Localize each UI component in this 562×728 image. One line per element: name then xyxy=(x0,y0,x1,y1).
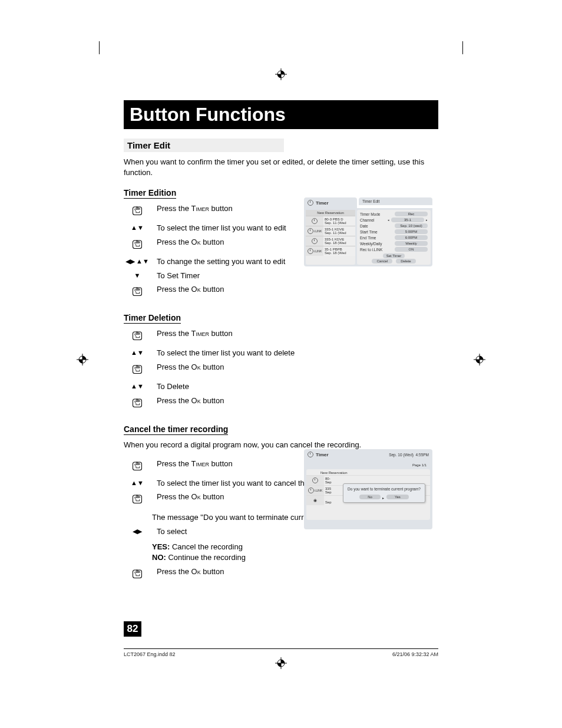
registration-mark-icon xyxy=(275,657,287,669)
footer-timestamp: 6/21/06 9:32:32 AM xyxy=(392,651,438,657)
press-hand-icon xyxy=(130,396,144,411)
registration-mark-icon xyxy=(275,68,287,80)
osd-list-row: i.LINK335-1 KDVESep. 11 (Wed xyxy=(306,226,355,236)
osd-property-panel: Timer ModeRecChannel◂35-1▸DateSep. 10 (w… xyxy=(357,210,431,265)
press-hand-icon xyxy=(130,492,144,508)
press-hand-icon xyxy=(130,329,144,344)
clock-icon xyxy=(312,218,318,224)
clock-icon xyxy=(308,487,314,493)
osd-timer-list: New Reservation 80-3 PBS DSep. 11 (Wedi.… xyxy=(306,210,355,265)
press-hand-icon xyxy=(130,363,144,378)
osd-timer-edit-screenshot: Timer Timer Edit New Reservation 80-3 PB… xyxy=(304,197,432,266)
left-right-arrows-icon: ◀▶ xyxy=(133,527,142,536)
step-row: ▲▼To select the timer list you want to d… xyxy=(124,348,438,358)
step-text: Press the Ok button xyxy=(157,396,438,406)
cancel-button: Cancel xyxy=(372,259,392,263)
up-down-arrows-icon: ▲▼ xyxy=(131,348,144,357)
clock-icon xyxy=(308,452,313,457)
clock-icon xyxy=(312,238,318,244)
osd2-date: Sep. 10 (Wed) xyxy=(389,453,414,457)
up-down-arrows-icon: ▲▼ xyxy=(131,223,144,232)
osd-property-row: DateSep. 10 (wed) xyxy=(358,223,429,229)
osd-property-row: Timer ModeRec xyxy=(358,211,429,217)
page-number: 82 xyxy=(124,621,141,637)
down-arrow-icon: ▼ xyxy=(134,271,141,280)
press-hand-icon xyxy=(130,567,144,582)
step-row: Press the Timer button xyxy=(124,328,438,344)
crop-mark xyxy=(99,41,100,54)
page-title: Button Functions xyxy=(124,100,438,129)
left-right-arrows-icon: ◀▶ xyxy=(125,257,135,266)
step-text: To Delete xyxy=(157,381,438,392)
press-hand-icon xyxy=(130,285,144,300)
clock-icon xyxy=(308,248,313,254)
step-row: Press the Ok button xyxy=(124,362,438,378)
dialog-text: Do you want to terminate current program… xyxy=(346,487,422,491)
up-down-arrows-icon: ▲▼ xyxy=(136,257,149,266)
step-text: Press the Ok button xyxy=(157,566,438,577)
osd-property-row: End Time6:00PM xyxy=(358,235,429,241)
osd-right-title: Timer Edit xyxy=(359,197,432,205)
set-timer-button: Set Timer xyxy=(383,253,405,258)
osd2-time: 4:55PM xyxy=(416,453,429,457)
press-hand-icon xyxy=(130,204,144,219)
step-text: Press the Ok button xyxy=(157,362,438,373)
terminate-dialog: Do you want to terminate current program… xyxy=(343,483,425,503)
subheading-cancel: Cancel the timer recording xyxy=(124,424,228,435)
up-down-arrows-icon: ▲▼ xyxy=(131,479,144,487)
up-down-arrows-icon: ▲▼ xyxy=(131,382,144,391)
step-row: ▲▼To Delete xyxy=(124,381,438,392)
delete-button: Delete xyxy=(396,259,415,263)
press-hand-icon xyxy=(130,459,144,475)
step-row: Press the Ok button xyxy=(124,284,438,300)
subheading-timer-deletion: Timer Deletion xyxy=(124,313,181,324)
clock-icon xyxy=(308,228,313,234)
steps-timer-deletion: Press the Timer button▲▼To select the ti… xyxy=(124,328,438,411)
registration-mark-icon xyxy=(77,354,88,365)
press-hand-icon xyxy=(130,238,144,253)
osd-property-row: Rec to i.LINKON xyxy=(358,246,429,252)
cancel-intro: When you record a digital program now, y… xyxy=(124,440,438,450)
play-icon: ◉ xyxy=(313,498,317,503)
clock-icon xyxy=(312,477,318,483)
osd2-title: Timer xyxy=(316,452,329,457)
dialog-yes-button: Yes xyxy=(386,495,409,499)
page-indicator: Page 1/1 xyxy=(306,462,430,469)
osd-title: Timer xyxy=(316,200,329,206)
osd-list-row: i.LINK35-1 PBPBSep. 18 (Wed xyxy=(306,246,355,256)
page-footer: LCT2067 Eng.indd 82 6/21/06 9:32:32 AM xyxy=(124,648,438,657)
osd-list-row: 80-3 PBS DSep. 11 (Wed xyxy=(306,216,355,226)
footer-filename: LCT2067 Eng.indd 82 xyxy=(124,651,176,657)
registration-mark-icon xyxy=(474,354,485,365)
step-row: Press the Ok button xyxy=(124,566,438,582)
osd-property-row: Weekly/DailyWeekly xyxy=(358,241,429,246)
osd-list-row: 335-1 KDVESep. 18 (Wed xyxy=(306,236,355,246)
osd-cancel-screenshot: Timer Sep. 10 (Wed) 4:55PM Page 1/1 New … xyxy=(304,449,432,529)
step-text: Press the Ok button xyxy=(157,284,438,295)
step-row: ▼To Set Timer xyxy=(124,271,438,281)
section-heading-timer-edit: Timer Edit xyxy=(124,139,284,152)
intro-text: When you want to confirm the timer you s… xyxy=(124,157,438,177)
osd-property-row: Channel◂35-1▸ xyxy=(358,217,429,223)
dialog-no-button: No▸ xyxy=(359,495,381,499)
crop-mark xyxy=(462,41,463,54)
osd-property-row: Start Time5:00PM xyxy=(358,229,429,235)
step-options: YES: Cancel the recordingNO: Continue th… xyxy=(152,542,438,563)
new-reservation-label: New Reservation xyxy=(306,210,355,216)
step-text: To Set Timer xyxy=(157,271,438,281)
step-text: To select the timer list you want to del… xyxy=(157,348,438,358)
step-text: Press the Timer button xyxy=(157,328,438,339)
subheading-timer-edition: Timer Edition xyxy=(124,188,176,199)
new-reservation-label: New Reservation xyxy=(306,469,430,475)
clock-icon xyxy=(308,200,313,206)
step-row: Press the Ok button xyxy=(124,396,438,411)
